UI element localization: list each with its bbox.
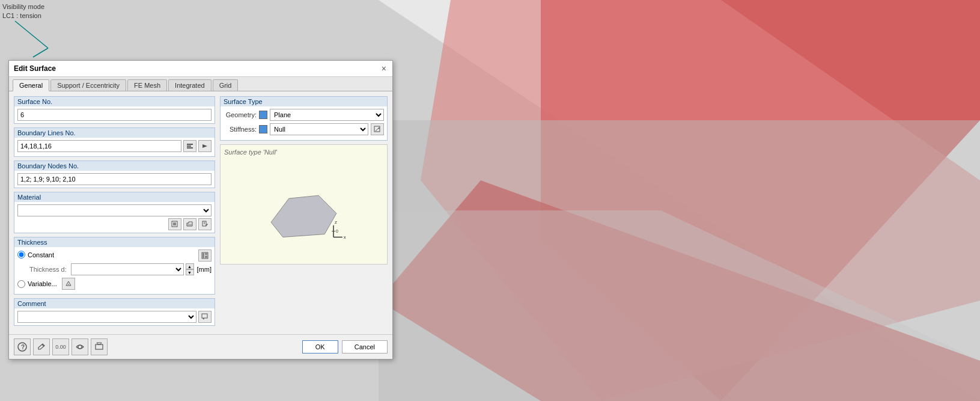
surface-no-input[interactable]	[17, 109, 212, 121]
svg-text:0: 0	[336, 229, 338, 233]
comment-group: Comment	[14, 298, 215, 326]
values-button[interactable]: 0.00	[52, 338, 69, 355]
thickness-group: Thickness Constant Thickness d:	[14, 237, 215, 295]
thickness-spin-up[interactable]: ▲	[186, 263, 194, 269]
svg-rect-16	[187, 224, 192, 226]
surface-type-body: Geometry: Plane Quadrangle Rotational Pi…	[221, 106, 387, 140]
thickness-header: Thickness	[14, 237, 215, 247]
boundary-lines-header: Boundary Lines No.	[14, 128, 215, 138]
boundary-lines-select-btn[interactable]	[183, 140, 196, 152]
svg-line-31	[376, 127, 379, 131]
boundary-nodes-input[interactable]	[17, 173, 212, 185]
svg-rect-44	[96, 344, 103, 349]
comment-btn[interactable]	[198, 311, 212, 323]
left-panel: Surface No. Boundary Lines No.	[14, 96, 215, 329]
surface-no-group: Surface No.	[14, 96, 215, 124]
right-panel: Surface Type Geometry: Plane Quadrangle …	[220, 96, 388, 329]
ok-button[interactable]: OK	[302, 340, 338, 354]
thickness-variable-label: Variable...	[28, 280, 57, 287]
footer-left: ? 0.00	[14, 338, 108, 355]
thickness-variable-radio[interactable]	[17, 280, 25, 288]
help-button[interactable]: ?	[14, 338, 31, 355]
values-label: 0.00	[55, 344, 66, 350]
svg-rect-23	[205, 253, 207, 255]
material-body	[14, 202, 215, 233]
render-button[interactable]	[91, 338, 108, 355]
svg-rect-11	[187, 147, 193, 148]
comment-header: Comment	[14, 299, 215, 308]
geometry-color-box	[259, 111, 267, 119]
stiffness-edit-btn[interactable]	[371, 123, 384, 135]
material-select[interactable]	[17, 204, 212, 216]
surface-type-box: Surface Type Geometry: Plane Quadrangle …	[220, 96, 388, 141]
svg-rect-10	[187, 145, 191, 147]
svg-text:z: z	[335, 219, 337, 225]
stiffness-label: Stiffness:	[224, 126, 257, 133]
thickness-body: Constant Thickness d: ▲ ▼	[14, 247, 215, 294]
surface-type-header: Surface Type	[221, 97, 387, 106]
thickness-info-btn[interactable]	[198, 249, 212, 262]
thickness-unit-label: [mm]	[197, 266, 212, 273]
edit-surface-dialog: Edit Surface × General Support / Eccentr…	[8, 60, 393, 360]
svg-marker-28	[202, 318, 204, 320]
material-new-btn[interactable]	[168, 218, 181, 230]
boundary-lines-body	[14, 138, 215, 156]
material-edit-btn[interactable]	[198, 218, 212, 230]
tab-general[interactable]: General	[13, 79, 49, 91]
boundary-nodes-header: Boundary Nodes No.	[14, 161, 215, 171]
material-group: Material	[14, 192, 215, 233]
svg-rect-24	[205, 256, 207, 258]
dialog-title: Edit Surface	[14, 64, 56, 73]
svg-marker-41	[38, 344, 44, 349]
cancel-button[interactable]: Cancel	[342, 340, 388, 354]
thickness-variable-btn[interactable]	[62, 278, 75, 290]
boundary-nodes-group: Boundary Nodes No.	[14, 161, 215, 188]
stiffness-select[interactable]: Null Standard Membrane Without Membrane …	[270, 123, 368, 135]
svg-rect-9	[187, 144, 193, 145]
tabs-bar: General Support / Eccentricity FE Mesh I…	[9, 77, 392, 91]
footer-right: OK Cancel	[302, 340, 388, 354]
svg-marker-12	[202, 144, 207, 148]
geometry-label: Geometry:	[224, 111, 257, 118]
surface-no-body	[14, 106, 215, 123]
boundary-lines-nav-btn[interactable]	[198, 140, 212, 152]
surface-no-header: Surface No.	[14, 97, 215, 106]
comment-select[interactable]	[17, 311, 196, 323]
stiffness-color-box	[259, 125, 267, 133]
boundary-nodes-body	[14, 171, 215, 188]
thickness-spin-down[interactable]: ▼	[186, 269, 194, 275]
svg-text:x: x	[344, 234, 346, 240]
thickness-constant-radio[interactable]	[17, 251, 25, 259]
svg-marker-45	[97, 343, 102, 344]
preview-label: Surface type 'Null'	[224, 148, 277, 156]
material-header: Material	[14, 192, 215, 202]
comment-body	[14, 308, 215, 325]
tab-grid[interactable]: Grid	[213, 79, 239, 91]
thickness-d-select[interactable]	[71, 263, 184, 275]
view-button[interactable]	[72, 338, 88, 355]
edit-button[interactable]	[33, 338, 50, 355]
viewport-mode-label: Visibility mode LC1 : tension	[2, 2, 44, 21]
svg-text:?: ?	[21, 344, 25, 350]
svg-rect-22	[202, 253, 204, 258]
thickness-d-label: Thickness d:	[29, 266, 67, 273]
preview-svg: x z 0	[221, 145, 387, 264]
preview-area: Surface type 'Null' x z 0	[220, 144, 388, 265]
geometry-select[interactable]: Plane Quadrangle Rotational Pipe	[270, 109, 384, 121]
close-button[interactable]: ×	[380, 64, 388, 73]
boundary-lines-input[interactable]	[17, 140, 181, 152]
boundary-lines-group: Boundary Lines No.	[14, 127, 215, 157]
dialog-titlebar: Edit Surface ×	[9, 61, 392, 77]
tab-support[interactable]: Support / Eccentricity	[50, 79, 126, 91]
svg-marker-32	[271, 195, 336, 237]
thickness-constant-label: Constant	[28, 251, 54, 259]
tab-fe-mesh[interactable]: FE Mesh	[127, 79, 167, 91]
dialog-body: Surface No. Boundary Lines No.	[9, 91, 392, 334]
material-open-btn[interactable]	[183, 218, 196, 230]
tab-integrated[interactable]: Integrated	[168, 79, 212, 91]
dialog-footer: ? 0.00 OK Cancel	[9, 334, 392, 359]
svg-rect-14	[173, 222, 176, 225]
svg-rect-27	[202, 314, 207, 318]
